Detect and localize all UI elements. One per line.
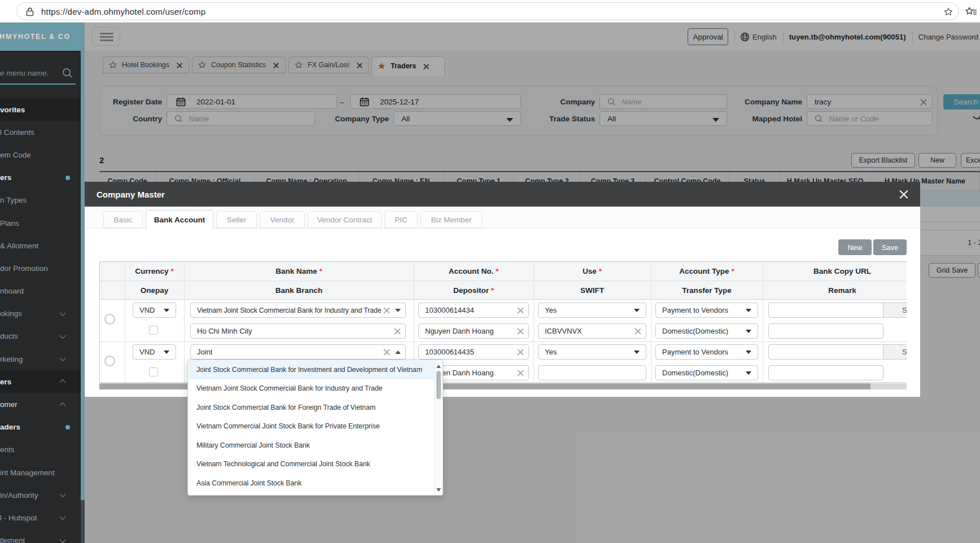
row2-account-type-select[interactable]: Payment to Vendors [655, 344, 758, 360]
modal-save-button[interactable]: Save [873, 239, 907, 255]
row2-account-no-input[interactable]: 103000614435 [418, 344, 529, 360]
sidebar-item-plans[interactable]: Plans [0, 212, 81, 234]
chevron-down-icon[interactable] [395, 309, 401, 312]
dropdown-scrollbar[interactable] [434, 361, 442, 496]
sidebar-item-nboard[interactable]: nboard [0, 280, 81, 303]
row1-onepay-checkbox[interactable] [149, 326, 158, 335]
grid-header-transfer-type: Transfer Type [651, 281, 763, 300]
sidebar-item-dor-promotion[interactable]: dor Promotion [0, 257, 81, 279]
modal-tab-biz-member[interactable]: Biz Member [421, 211, 482, 228]
sidebar-item-vorites[interactable]: vorites [0, 98, 81, 121]
sidebar-item-label: & Allotment [0, 242, 38, 250]
sidebar-item-label: em Code [0, 151, 31, 159]
sidebar-item-label: omer [0, 400, 18, 409]
sidebar-item-ents[interactable]: ents [0, 439, 81, 461]
sidebar-item-ers[interactable]: ers [0, 370, 81, 393]
sidebar-item-okings[interactable]: okings [0, 303, 81, 325]
row2-file-select-button[interactable]: S [883, 344, 907, 360]
dropdown-option[interactable]: Vietnam Joint Stock Commercial Bank for … [189, 379, 435, 399]
search-icon [62, 67, 73, 79]
grid-header-bank-branch: Bank Branch [184, 281, 414, 300]
row2-radio[interactable] [104, 356, 115, 366]
clear-icon[interactable] [383, 349, 390, 356]
sidebar-item-l-hubspot[interactable]: l - Hubspot [0, 506, 81, 529]
clear-icon[interactable] [517, 307, 523, 314]
dropdown-scrollbar-thumb[interactable] [436, 371, 441, 399]
clear-icon[interactable] [517, 349, 523, 356]
row2-swift-input[interactable] [538, 365, 646, 380]
chevron-up-icon[interactable] [395, 351, 401, 354]
row2-use-select[interactable]: Yes [538, 344, 646, 360]
sidebar-item-label: nboard [0, 287, 24, 295]
sidebar-item-int-management[interactable]: int Management [0, 461, 81, 484]
clear-icon[interactable] [383, 307, 390, 314]
sidebar-item-em-code[interactable]: em Code [0, 143, 81, 166]
dropdown-option[interactable]: Asia Commercial Joint Stock Bank [189, 474, 435, 493]
modal-tab-bank-account[interactable]: Bank Account [146, 210, 213, 229]
sidebar-menu-search[interactable]: e menu name. [0, 63, 76, 85]
row1-currency-select[interactable]: VND [133, 303, 176, 318]
row2-currency-select[interactable]: VND [133, 344, 176, 360]
sidebar-item-label: n Types [0, 196, 27, 204]
clear-icon[interactable] [517, 328, 523, 335]
scroll-down-icon[interactable] [436, 488, 441, 492]
dropdown-option[interactable]: Joint Stock Commercial Bank for Foreign … [189, 399, 435, 418]
sidebar-item-aders[interactable]: aders [0, 416, 81, 439]
sidebar-item-ers[interactable]: ers [0, 167, 81, 189]
close-icon[interactable] [899, 190, 908, 199]
sidebar-item-omer[interactable]: omer [0, 393, 81, 415]
dropdown-option[interactable]: Vietnam Technological and Commercial Joi… [189, 455, 435, 474]
sidebar-item-label: aders [0, 423, 20, 431]
scroll-up-icon[interactable] [436, 365, 441, 368]
sidebar-item-in-authority[interactable]: in/Authority [0, 484, 81, 506]
row1-swift-input[interactable]: ICBVVNVX [538, 323, 646, 339]
row2-onepay-checkbox[interactable] [149, 367, 158, 376]
modal-new-button[interactable]: New [838, 239, 872, 255]
dropdown-option[interactable]: Vietnam Commercial Joint Stock Bank for … [189, 417, 435, 436]
modal-tab-vendor[interactable]: Vendor [260, 211, 305, 228]
row2-bank-copy-url-input[interactable] [768, 344, 883, 360]
row1-transfer-type-select[interactable]: Domestic(Domestic) [655, 323, 758, 339]
sidebar-item-rketing[interactable]: rketing [0, 348, 81, 370]
row1-bank-name-combobox[interactable]: Vietnam Joint Stock Commercial Bank for … [190, 303, 406, 318]
row1-bank-branch-input[interactable]: Ho Chi Minh City [190, 323, 406, 339]
row1-account-no-input[interactable]: 103000614434 [418, 303, 529, 318]
reading-list-icon[interactable] [965, 6, 977, 17]
chevron-down-icon [59, 491, 65, 497]
row1-remark-input[interactable] [768, 323, 883, 339]
row1-account-type-select[interactable]: Payment to Vendors [655, 303, 758, 318]
clear-icon[interactable] [634, 328, 641, 335]
sidebar-scrollbar[interactable] [81, 51, 85, 543]
bookmark-star-icon[interactable] [943, 7, 953, 17]
sidebar-search-placeholder: e menu name. [0, 69, 49, 77]
logo-text: OHMYHOTEL & CO [0, 33, 71, 41]
modal-header: Company Master [85, 182, 920, 207]
row2-transfer-type-select[interactable]: Domestic(Domestic) [655, 365, 758, 380]
sidebar-item-ducts[interactable]: ducts [0, 325, 81, 348]
modal-tab-basic[interactable]: Basic [103, 211, 143, 228]
grid-header-swift: SWIFT [533, 281, 651, 300]
row1-use-select[interactable]: Yes [538, 303, 646, 318]
sidebar-item-label: ers [0, 173, 11, 182]
sidebar-item-n-types[interactable]: n Types [0, 189, 81, 212]
sidebar-item-label: ducts [0, 332, 18, 340]
modal-tab-vendor-contract[interactable]: Vendor Contract [308, 211, 382, 228]
row2-remark-input[interactable] [768, 365, 883, 380]
clear-icon[interactable] [517, 370, 523, 376]
clear-icon[interactable] [393, 328, 400, 335]
address-bar[interactable]: https://dev-adm.ohmyhotel.com/user/comp [16, 2, 959, 20]
row1-depositor-input[interactable]: Nguyen Danh Hoang [418, 323, 529, 339]
row1-radio[interactable] [104, 314, 115, 325]
sidebar-item-l-contents[interactable]: l Contents [0, 121, 81, 143]
sidebar-item--allotment[interactable]: & Allotment [0, 234, 81, 257]
sidebar-item-label: l - Hubspot [0, 514, 37, 522]
sidebar-scrollbar-thumb[interactable] [81, 51, 85, 500]
dropdown-option[interactable]: Military Commercial Joint Stock Bank [189, 436, 435, 456]
row1-bank-copy-url-input[interactable] [768, 303, 883, 318]
sidebar-item-tlement[interactable]: tlement [0, 529, 81, 543]
dropdown-option[interactable]: Joint Stock Commercial Bank for Investme… [189, 361, 435, 380]
row2-bank-name-combobox[interactable]: Joint [190, 344, 406, 360]
modal-tab-seller[interactable]: Seller [216, 211, 257, 228]
row1-file-select-button[interactable]: S [883, 303, 907, 318]
modal-tab-pic[interactable]: PIC [384, 211, 418, 228]
